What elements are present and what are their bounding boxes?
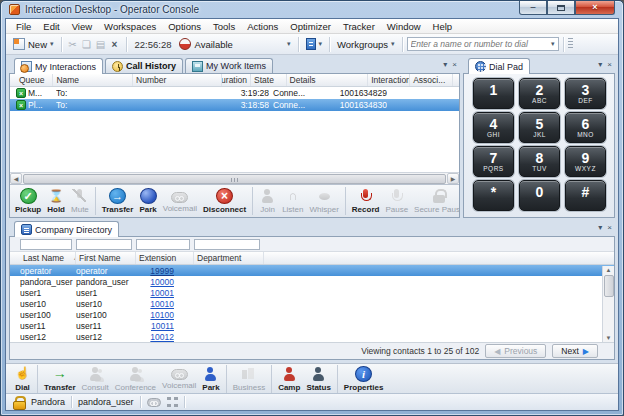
directory-row[interactable]: user10 user10 10010 bbox=[10, 298, 614, 309]
transfer-action-button[interactable]: Transfer bbox=[41, 365, 79, 393]
extension-link[interactable]: 10100 bbox=[150, 310, 174, 320]
column-header[interactable]: Interaction... bbox=[368, 74, 410, 86]
menu-item[interactable]: Edit bbox=[37, 19, 65, 33]
properties-button[interactable]: Properties bbox=[341, 365, 387, 393]
disconnect-button[interactable]: Disconnect bbox=[200, 187, 253, 215]
column-header[interactable]: State bbox=[251, 74, 287, 86]
key-5[interactable]: 5 JKL bbox=[519, 112, 560, 143]
directory-row[interactable]: user11 user11 10011 bbox=[10, 320, 614, 331]
panel-close-icon[interactable]: × bbox=[607, 60, 612, 69]
key-4[interactable]: 4 GHI bbox=[473, 112, 514, 143]
secure-pause-button[interactable]: Secure Pause bbox=[411, 187, 459, 215]
column-header[interactable]: Queue bbox=[16, 74, 53, 86]
close-button[interactable]: × bbox=[575, 1, 615, 15]
tab-my-interactions[interactable]: My Interactions bbox=[14, 58, 103, 74]
status-button[interactable]: Status bbox=[303, 365, 337, 393]
mute-button[interactable]: Mute bbox=[68, 187, 96, 215]
toolbar-overflow-icon[interactable] bbox=[568, 38, 573, 50]
menu-item[interactable]: Tracker bbox=[337, 19, 381, 33]
minimize-button[interactable]: – bbox=[519, 1, 547, 15]
my-status-select[interactable]: Available ▾ bbox=[176, 37, 294, 51]
pause-button[interactable]: Pause bbox=[382, 187, 411, 215]
extension-link[interactable]: 10012 bbox=[150, 332, 174, 342]
assistance-button[interactable]: ▾ bbox=[303, 37, 326, 51]
filter-department-input[interactable] bbox=[194, 239, 260, 250]
To:[interactable]: × M... To: 3:19:28 Conne... 1001634829 bbox=[10, 87, 459, 99]
panel-close-icon[interactable]: × bbox=[452, 60, 457, 69]
key-3[interactable]: 3 DEF bbox=[565, 78, 606, 109]
key-9[interactable]: 9 WXYZ bbox=[565, 146, 606, 177]
menu-item[interactable]: Actions bbox=[241, 19, 284, 33]
whisper-button[interactable]: Whisper bbox=[306, 187, 345, 215]
extension-link[interactable]: 19999 bbox=[150, 266, 174, 276]
menu-item[interactable]: File bbox=[10, 19, 37, 33]
column-header[interactable]: Name bbox=[53, 74, 133, 86]
chevron-down-icon[interactable]: ▾ bbox=[551, 40, 555, 48]
camp-button[interactable]: Camp bbox=[275, 365, 303, 393]
column-header[interactable]: Last Name bbox=[20, 252, 76, 264]
extension-link[interactable]: 10010 bbox=[150, 299, 174, 309]
filter-last-name-input[interactable] bbox=[20, 239, 72, 250]
pickup-button[interactable]: Pickup bbox=[12, 187, 44, 215]
window-arrange-icon[interactable] bbox=[167, 397, 178, 407]
next-page-button[interactable]: Next ▶ bbox=[552, 344, 598, 358]
To:[interactable]: × Pl... To: 3:18:58 Conne... 1001634830 bbox=[10, 99, 459, 111]
record-button[interactable]: Record bbox=[349, 187, 383, 215]
panel-menu-icon[interactable]: ▾ bbox=[598, 60, 602, 69]
tab-dial-pad[interactable]: Dial Pad bbox=[468, 58, 530, 74]
consult-button[interactable]: Consult bbox=[79, 365, 112, 393]
dial-input[interactable] bbox=[408, 39, 551, 49]
tab-call-history[interactable]: Call History bbox=[105, 58, 183, 73]
join-button[interactable]: Join bbox=[256, 187, 279, 215]
extension-link[interactable]: 10011 bbox=[151, 321, 174, 331]
directory-row[interactable]: operator operator 19999 bbox=[10, 265, 614, 276]
tab-my-work-items[interactable]: My Work Items bbox=[185, 58, 273, 73]
maximize-button[interactable] bbox=[547, 1, 575, 15]
key-7[interactable]: 7 PQRS bbox=[473, 146, 514, 177]
paste-button[interactable]: ▤ bbox=[94, 37, 108, 52]
user-tab[interactable]: pandora_user bbox=[78, 397, 134, 407]
menu-item[interactable]: Window bbox=[381, 19, 427, 33]
workgroups-button[interactable]: Workgroups ▾ bbox=[334, 38, 398, 51]
menu-item[interactable]: Tools bbox=[207, 19, 241, 33]
filter-extension-input[interactable] bbox=[136, 239, 190, 250]
menu-item[interactable]: Workspaces bbox=[98, 19, 162, 33]
cut-button[interactable]: ✂ bbox=[66, 37, 80, 52]
scroll-down-icon[interactable]: ▼ bbox=[606, 335, 612, 341]
scroll-right-icon[interactable]: ▶ bbox=[447, 173, 459, 184]
column-header[interactable]: First Name bbox=[76, 252, 136, 264]
new-button[interactable]: New ▾ bbox=[10, 37, 57, 51]
key-pound[interactable]: # bbox=[565, 180, 606, 211]
directory-row[interactable]: user1 user1 10001 bbox=[10, 287, 614, 298]
previous-page-button[interactable]: ◀ Previous bbox=[485, 344, 546, 358]
key-8[interactable]: 8 TUV bbox=[519, 146, 560, 177]
column-header[interactable]: Duration bbox=[222, 74, 251, 86]
dial-button[interactable]: Dial bbox=[11, 365, 38, 393]
scroll-left-icon[interactable]: ◀ bbox=[10, 173, 22, 184]
voicemail-button[interactable]: Voicemail bbox=[160, 189, 200, 214]
key-1[interactable]: 1 bbox=[473, 78, 514, 109]
column-header[interactable]: Associ... bbox=[410, 74, 453, 86]
column-header[interactable]: Number bbox=[133, 74, 222, 86]
menu-item[interactable]: Optimizer bbox=[284, 19, 337, 33]
delete-button[interactable]: × bbox=[108, 37, 122, 52]
scrollbar-thumb[interactable] bbox=[23, 174, 446, 184]
voicemail-action-button[interactable]: Voicemail bbox=[159, 366, 199, 391]
panel-menu-icon[interactable]: ▾ bbox=[598, 223, 602, 232]
park-button[interactable]: Park bbox=[136, 187, 159, 215]
business-button[interactable]: Business bbox=[230, 365, 272, 393]
transfer-button[interactable]: Transfer bbox=[99, 187, 137, 215]
listen-button[interactable]: Listen bbox=[279, 187, 306, 215]
park-action-button[interactable]: Park bbox=[199, 365, 226, 393]
menu-item[interactable]: View bbox=[66, 19, 98, 33]
menu-item[interactable]: Help bbox=[427, 19, 459, 33]
conference-button[interactable]: Conference bbox=[112, 365, 159, 393]
tab-company-directory[interactable]: Company Directory bbox=[14, 221, 119, 237]
extension-link[interactable]: 10001 bbox=[150, 288, 174, 298]
column-header[interactable]: Department bbox=[194, 252, 264, 264]
copy-button[interactable]: ❏ bbox=[80, 37, 94, 52]
panel-close-icon[interactable]: × bbox=[607, 223, 612, 232]
key-6[interactable]: 6 MNO bbox=[565, 112, 606, 143]
key-0[interactable]: 0 bbox=[519, 180, 560, 211]
extension-link[interactable]: 10000 bbox=[150, 277, 174, 287]
